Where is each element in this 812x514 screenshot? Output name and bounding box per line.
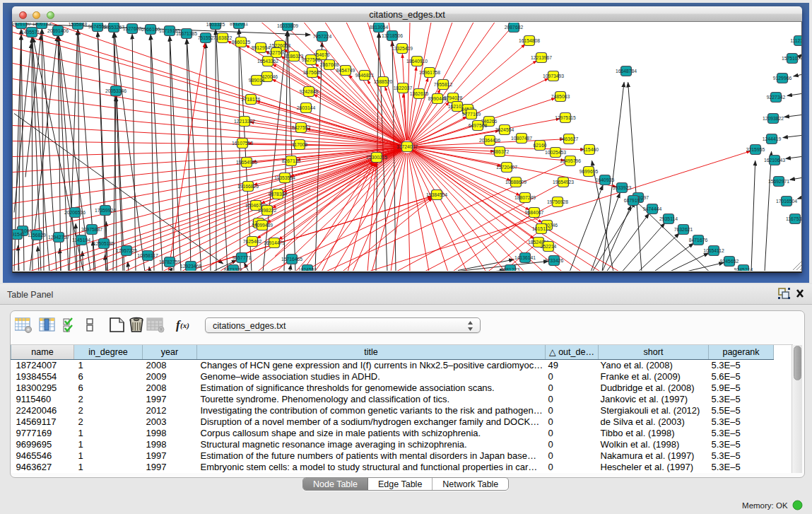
svg-text:14099489: 14099489: [252, 223, 273, 228]
svg-text:12505185: 12505185: [93, 241, 114, 246]
svg-text:9657771: 9657771: [233, 255, 252, 260]
svg-text:9684067: 9684067: [525, 210, 544, 215]
svg-text:15692971: 15692971: [768, 179, 789, 184]
svg-text:16671385: 16671385: [176, 31, 197, 36]
svg-text:2626150: 2626150: [13, 23, 30, 26]
svg-text:7955812: 7955812: [434, 82, 453, 87]
svg-text:1615112: 1615112: [532, 226, 551, 231]
svg-text:6966160: 6966160: [141, 27, 160, 32]
svg-text:10973493: 10973493: [543, 74, 564, 78]
svg-text:62160: 62160: [534, 143, 547, 148]
svg-text:1498222: 1498222: [258, 208, 277, 213]
svg-text:7886372: 7886372: [490, 149, 510, 154]
svg-text:(x): (x): [180, 321, 189, 330]
svg-text:8813054: 8813054: [370, 25, 389, 30]
svg-text:14136141: 14136141: [514, 255, 536, 260]
svg-text:17016504: 17016504: [776, 199, 797, 204]
svg-text:1112345: 1112345: [790, 38, 801, 43]
svg-text:7957224: 7957224: [313, 34, 332, 39]
svg-text:15226058: 15226058: [269, 43, 290, 48]
svg-text:1640935: 1640935: [596, 177, 615, 182]
svg-text:9327500: 9327500: [267, 50, 286, 55]
svg-text:3215955: 3215955: [746, 147, 765, 152]
svg-text:1244419: 1244419: [763, 136, 782, 141]
svg-text:9129966: 9129966: [773, 76, 792, 81]
svg-text:15720407: 15720407: [496, 165, 517, 170]
svg-text:15716465: 15716465: [281, 257, 302, 262]
svg-text:3675685: 3675685: [303, 70, 322, 75]
svg-text:16210643: 16210643: [764, 158, 785, 163]
svg-text:8186323: 8186323: [285, 54, 304, 59]
svg-text:3624554: 3624554: [495, 127, 514, 132]
svg-text:20691406: 20691406: [47, 28, 69, 33]
svg-text:19756928: 19756928: [547, 199, 568, 204]
svg-text:16154808: 16154808: [519, 38, 540, 43]
svg-text:20053346: 20053346: [105, 88, 126, 93]
svg-text:9115460: 9115460: [580, 147, 599, 152]
svg-text:10807487: 10807487: [511, 136, 532, 141]
svg-text:9245214: 9245214: [734, 267, 753, 271]
svg-text:12923468: 12923468: [180, 264, 201, 269]
svg-text:20206516: 20206516: [64, 210, 86, 215]
svg-text:989014: 989014: [249, 78, 265, 83]
svg-text:5933923: 5933923: [613, 185, 632, 190]
svg-text:16543362: 16543362: [257, 59, 278, 64]
svg-text:16107553: 16107553: [232, 141, 253, 146]
svg-text:16033809: 16033809: [277, 23, 298, 28]
svg-text:15751074: 15751074: [782, 56, 801, 61]
svg-text:16782759: 16782759: [159, 259, 180, 264]
svg-text:9327508: 9327508: [302, 57, 321, 62]
svg-text:17359924: 17359924: [95, 208, 116, 213]
svg-text:7632621: 7632621: [674, 227, 693, 232]
svg-text:8912954: 8912954: [252, 45, 271, 50]
svg-text:9777169: 9777169: [462, 112, 481, 117]
svg-text:13218506: 13218506: [382, 33, 403, 38]
svg-text:1145194: 1145194: [72, 238, 90, 243]
svg-text:11353594: 11353594: [274, 175, 295, 180]
svg-text:16495796: 16495796: [560, 158, 581, 163]
svg-text:8454749: 8454749: [336, 68, 355, 73]
svg-text:12093822: 12093822: [763, 116, 784, 121]
svg-text:10688609: 10688609: [505, 180, 526, 185]
svg-text:1362635: 1362635: [410, 91, 429, 96]
svg-text:9081223: 9081223: [501, 267, 520, 271]
svg-text:12942737: 12942737: [48, 235, 69, 240]
svg-text:12213382: 12213382: [234, 119, 255, 124]
svg-text:9242848: 9242848: [300, 89, 319, 94]
svg-text:8873321: 8873321: [224, 267, 243, 271]
svg-text:1156829: 1156829: [28, 233, 46, 238]
svg-text:9245652: 9245652: [720, 259, 739, 264]
svg-text:2087682: 2087682: [505, 25, 524, 30]
svg-text:10654112: 10654112: [703, 248, 724, 253]
svg-text:1024551: 1024551: [298, 267, 317, 271]
svg-text:19384554: 19384554: [426, 192, 447, 197]
svg-text:14055714: 14055714: [21, 30, 42, 35]
svg-text:9474444: 9474444: [643, 206, 662, 211]
svg-text:12975115: 12975115: [555, 115, 576, 120]
svg-text:30975887: 30975887: [81, 227, 102, 232]
svg-text:16914479: 16914479: [264, 240, 285, 245]
svg-text:8878334: 8878334: [269, 192, 288, 197]
svg-text:117008: 117008: [292, 142, 307, 147]
svg-text:8912011: 8912011: [230, 23, 248, 26]
svg-text:1535848: 1535848: [69, 23, 88, 27]
svg-text:1167533: 1167533: [786, 216, 801, 221]
svg-text:1588520: 1588520: [374, 79, 393, 84]
svg-text:12213967: 12213967: [531, 55, 552, 60]
svg-text:19654923: 19654923: [553, 180, 574, 185]
svg-text:10025453: 10025453: [545, 150, 566, 155]
svg-text:16961758: 16961758: [419, 70, 440, 75]
svg-text:391541: 391541: [13, 232, 25, 237]
svg-text:8660125: 8660125: [232, 40, 251, 45]
svg-text:8471676: 8471676: [689, 238, 708, 243]
svg-text:20364436: 20364436: [479, 138, 500, 143]
svg-text:2718176: 2718176: [242, 97, 261, 102]
svg-text:6794028: 6794028: [444, 95, 463, 100]
svg-text:16648784: 16648784: [616, 69, 637, 74]
svg-text:1806123: 1806123: [33, 23, 52, 26]
svg-text:2935114: 2935114: [659, 216, 678, 221]
svg-text:7625402: 7625402: [243, 239, 262, 244]
svg-text:17957225: 17957225: [116, 248, 137, 253]
svg-text:751552: 751552: [198, 35, 214, 40]
svg-text:7163822: 7163822: [213, 35, 233, 40]
